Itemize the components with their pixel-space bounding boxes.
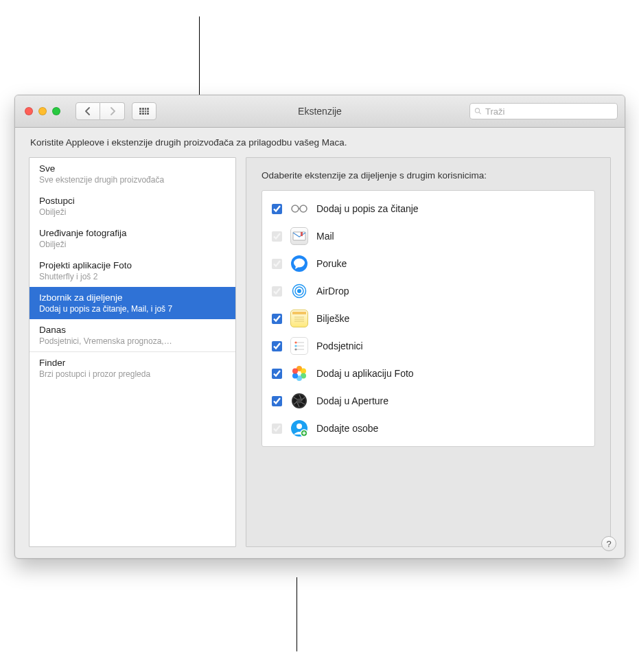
window-controls [25, 107, 60, 115]
sidebar-item-title: Postupci [39, 196, 226, 206]
forward-button[interactable] [100, 102, 125, 120]
extension-row: Dodaj u Aperture [262, 387, 594, 415]
svg-point-19 [295, 345, 297, 347]
help-button[interactable]: ? [601, 536, 616, 551]
svg-point-20 [295, 349, 297, 351]
extension-row: Bilješke [262, 305, 594, 332]
extension-checkbox[interactable] [272, 204, 282, 214]
extension-checkbox [272, 231, 282, 242]
category-sidebar: SveSve ekstenzije drugih proizvođačaPost… [29, 157, 236, 547]
content-area: SveSve ekstenzije drugih proizvođačaPost… [29, 157, 611, 547]
extension-label: Dodajte osobe [316, 423, 378, 434]
extension-label: Dodaj u popis za čitanje [316, 203, 419, 214]
glasses-icon [290, 200, 308, 218]
extension-row: Dodaj u popis za čitanje [262, 195, 594, 222]
svg-line-1 [479, 112, 481, 114]
search-field[interactable] [469, 103, 618, 119]
sidebar-item-subtitle: Podsjetnici, Vremenska prognoza,… [39, 336, 226, 346]
extension-row: AirDrop [262, 277, 594, 305]
sidebar-item-title: Finder [39, 358, 226, 368]
photos-icon [290, 364, 308, 382]
extension-checkbox [272, 259, 282, 269]
sidebar-item-subtitle: Obilježi [39, 240, 226, 249]
sidebar-item[interactable]: Uređivanje fotografijaObilježi [30, 222, 235, 255]
extension-label: Poruke [316, 258, 347, 269]
sidebar-item-title: Sve [39, 163, 226, 174]
svg-point-0 [475, 108, 479, 113]
svg-point-7 [294, 259, 305, 268]
detail-heading: Odaberite ekstenzije za dijeljenje s dru… [262, 170, 595, 181]
grid-icon [139, 108, 149, 115]
extension-row: Dodajte osobe [262, 415, 594, 442]
titlebar: Ekstenzije [15, 95, 625, 128]
reminders-icon [290, 337, 308, 355]
chevron-left-icon [84, 107, 91, 115]
detail-panel: Odaberite ekstenzije za dijeljenje s dru… [246, 157, 611, 547]
search-input[interactable] [485, 106, 613, 117]
description-text: Koristite Appleove i ekstenzije drugih p… [30, 137, 611, 148]
close-button[interactable] [25, 107, 33, 115]
extension-label: Mail [316, 231, 334, 242]
extension-label: Dodaj u aplikaciju Foto [316, 368, 414, 379]
extension-checkbox[interactable] [272, 341, 282, 351]
callout-line-bottom [297, 577, 297, 651]
svg-point-26 [292, 369, 298, 374]
extension-list: Dodaj u popis za čitanjeMailPorukeAirDro… [262, 190, 595, 447]
sidebar-item-subtitle: Obilježi [39, 207, 226, 217]
sidebar-item-title: Projekti aplikacije Foto [39, 260, 226, 270]
extension-checkbox[interactable] [272, 314, 282, 324]
svg-point-8 [297, 289, 301, 293]
sidebar-item[interactable]: FinderBrzi postupci i prozor pregleda [30, 352, 235, 384]
window-body: Koristite Appleove i ekstenzije drugih p… [15, 128, 625, 558]
extension-label: Podsjetnici [316, 340, 363, 351]
sidebar-item-title: Danas [39, 325, 226, 335]
sidebar-item[interactable]: PostupciObilježi [30, 190, 235, 222]
search-icon [474, 107, 482, 115]
svg-point-31 [297, 424, 302, 429]
svg-rect-11 [292, 312, 306, 314]
svg-point-25 [292, 373, 298, 379]
sidebar-item[interactable]: DanasPodsjetnici, Vremenska prognoza,… [30, 319, 235, 351]
svg-point-22 [301, 369, 306, 374]
svg-point-3 [300, 205, 307, 212]
extension-checkbox [272, 424, 282, 434]
svg-rect-5 [301, 232, 303, 236]
sidebar-item-subtitle: Shutterfly i još 2 [39, 272, 226, 281]
extension-checkbox [272, 286, 282, 297]
aperture-icon [290, 392, 308, 410]
svg-point-29 [297, 399, 302, 404]
svg-rect-4 [293, 232, 305, 240]
extension-row: Mail [262, 222, 594, 250]
extension-row: Dodaj u aplikaciju Foto [262, 360, 594, 387]
notes-icon [290, 310, 308, 327]
messages-icon [290, 255, 308, 273]
nav-buttons [75, 102, 125, 120]
sidebar-item-title: Izbornik za dijeljenje [39, 292, 226, 303]
extension-label: Bilješke [316, 313, 349, 324]
svg-point-2 [292, 205, 299, 212]
sidebar-item-title: Uređivanje fotografija [39, 228, 226, 238]
mail-icon [290, 227, 308, 245]
chevron-right-icon [109, 107, 116, 115]
preferences-window: Ekstenzije Koristite Appleove i ekstenzi… [14, 95, 625, 559]
airdrop-icon [290, 282, 308, 300]
sidebar-item[interactable]: SveSve ekstenzije drugih proizvođača [30, 158, 235, 190]
zoom-button[interactable] [52, 107, 60, 115]
svg-point-18 [295, 342, 297, 344]
extension-row: Poruke [262, 250, 594, 277]
minimize-button[interactable] [38, 107, 47, 115]
extension-label: Dodaj u Aperture [316, 395, 388, 406]
extension-checkbox[interactable] [272, 396, 282, 406]
show-all-button[interactable] [132, 102, 156, 120]
extension-row: Podsjetnici [262, 332, 594, 360]
sidebar-item-subtitle: Brzi postupci i prozor pregleda [39, 369, 226, 379]
extension-label: AirDrop [316, 286, 349, 297]
sidebar-item[interactable]: Projekti aplikacije FotoShutterfly i još… [30, 255, 235, 287]
sidebar-item[interactable]: Izbornik za dijeljenjeDodaj u popis za č… [30, 287, 235, 319]
extension-checkbox[interactable] [272, 369, 282, 379]
addpeople-icon [290, 419, 308, 437]
sidebar-item-subtitle: Dodaj u popis za čitanje, Mail, i još 7 [39, 304, 226, 314]
sidebar-item-subtitle: Sve ekstenzije drugih proizvođača [39, 175, 226, 185]
back-button[interactable] [75, 102, 100, 120]
